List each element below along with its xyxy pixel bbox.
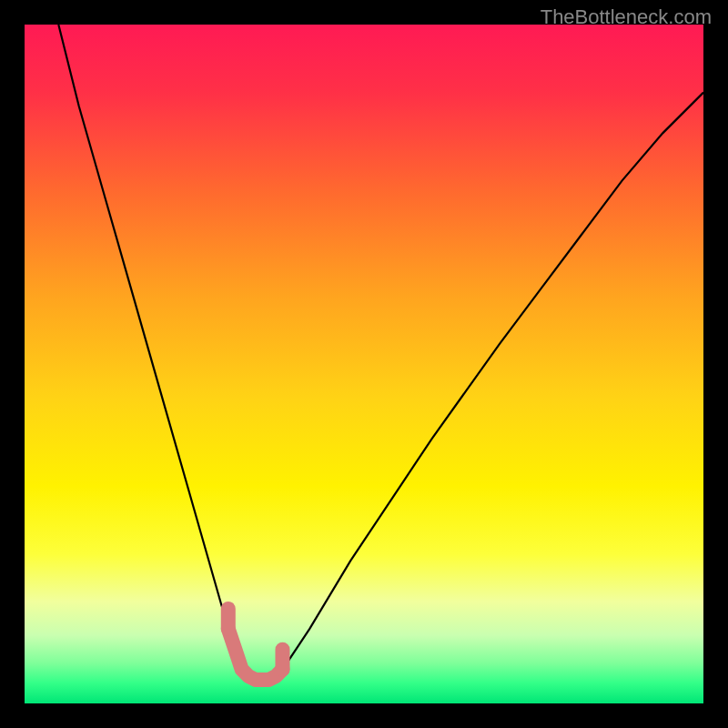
bottleneck-chart [25,25,703,703]
chart-frame [25,25,703,703]
gradient-background [25,25,703,703]
watermark-text: TheBottleneck.com [541,5,712,29]
